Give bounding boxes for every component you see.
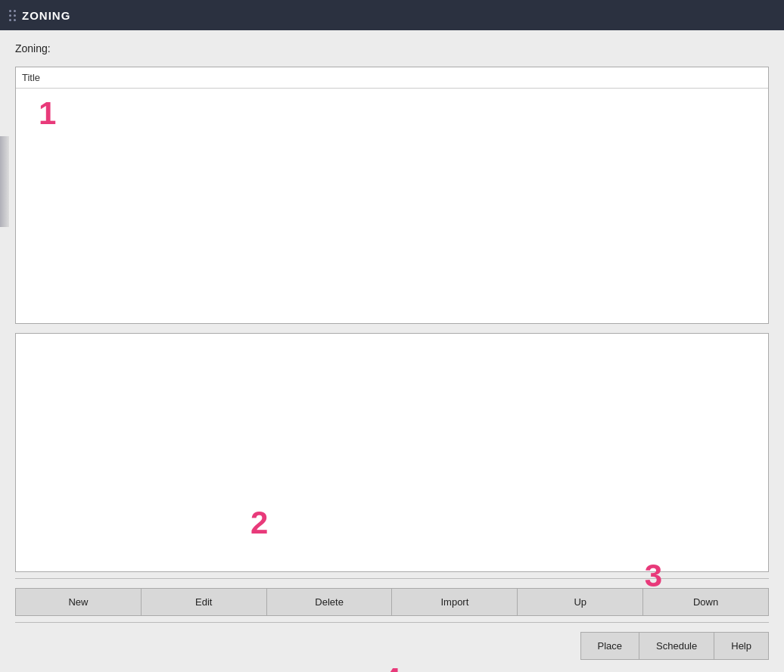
bottom-buttons-row: Place Schedule Help 4 [15, 632, 769, 660]
delete-button[interactable]: Delete [267, 588, 393, 616]
up-button[interactable]: Up [518, 588, 643, 616]
side-accent [0, 136, 9, 227]
down-button[interactable]: Down [643, 588, 769, 616]
drag-handle-icon [9, 10, 16, 21]
import-button[interactable]: Import [392, 588, 518, 616]
divider-2 [15, 622, 769, 623]
row-annotation-1: 1 [39, 98, 56, 129]
lower-section: 2 3 New Edit Delete Import Up Down Place… [15, 333, 769, 660]
action-buttons-row: New Edit Delete Import Up Down [15, 588, 769, 616]
main-content: Zoning: Title 1 2 3 New Edit Delete Impo… [0, 30, 784, 672]
place-button[interactable]: Place [580, 632, 640, 660]
annotation-2: 2 [250, 505, 268, 541]
table-header: Title [16, 67, 768, 89]
zoning-label: Zoning: [15, 42, 769, 54]
schedule-button[interactable]: Schedule [639, 632, 714, 660]
title-bar: ZONING [0, 0, 784, 30]
app-title: ZONING [22, 9, 70, 22]
annotation-4: 4 [383, 661, 400, 672]
help-button[interactable]: Help [714, 632, 769, 660]
new-button[interactable]: New [15, 588, 142, 616]
zoning-table: Title 1 [15, 67, 769, 324]
edit-button[interactable]: Edit [142, 588, 267, 616]
title-column-header: Title [22, 72, 762, 83]
second-panel: 2 3 [15, 333, 769, 572]
